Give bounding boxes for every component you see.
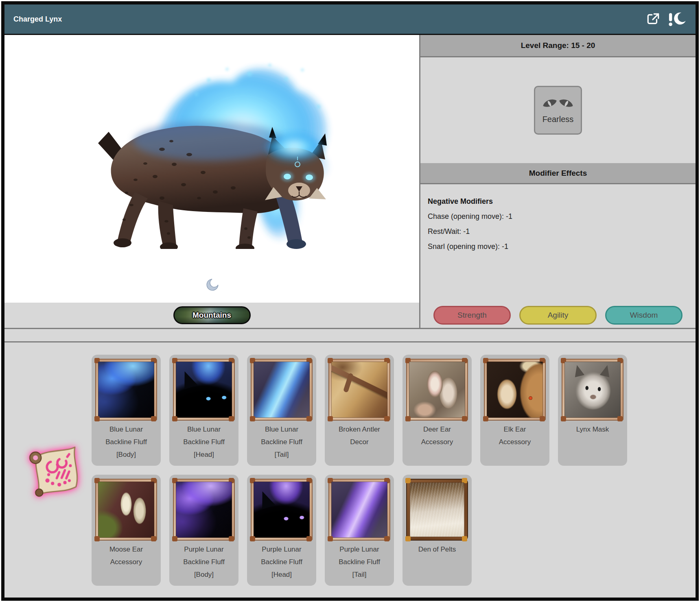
item-card-blue-lunar-head[interactable]: Blue Lunar Backline Fluff [Head] [169, 355, 238, 466]
item-label: Purple Lunar Backline Fluff [Tail] [333, 543, 385, 581]
external-link-icon[interactable] [646, 12, 661, 26]
item-frame [406, 479, 468, 541]
cat-eyes-icon [542, 96, 574, 111]
negative-modifiers-title: Negative Modifiers [428, 194, 689, 209]
blue-lunar-body-icon [98, 362, 154, 418]
item-label: Purple Lunar Backline Fluff [Body] [178, 543, 230, 581]
den-of-pelts-icon [410, 482, 464, 537]
scroll-wrap [14, 441, 92, 499]
item-card-den-of-pelts[interactable]: Den of Pelts [402, 475, 472, 586]
item-card-elk-ear[interactable]: Elk Ear Accessory [480, 355, 549, 466]
item-frame [484, 359, 546, 421]
item-frame [251, 479, 313, 541]
modifier-line: Rest/Wait: -1 [428, 224, 689, 239]
item-frame [251, 359, 313, 421]
item-frame [406, 359, 468, 421]
drop-items-grid: Blue Lunar Backline Fluff [Body]Blue Lun… [92, 342, 627, 598]
item-card-blue-lunar-tail[interactable]: Blue Lunar Backline Fluff [Tail] [247, 355, 316, 466]
item-label: Den of Pelts [418, 543, 456, 556]
header-icons [646, 12, 687, 26]
charged-lynx-illustration [74, 58, 339, 249]
stat-bar: Strength Agility Wisdom [420, 303, 696, 328]
item-card-moose-ear[interactable]: Moose Ear Accessory [92, 475, 161, 586]
item-card-purple-lunar-body[interactable]: Purple Lunar Backline Fluff [Body] [169, 475, 238, 586]
item-frame [328, 479, 390, 541]
trait-area: Fearless [420, 57, 696, 163]
biome-button-mountains[interactable]: Mountains [173, 306, 251, 324]
item-label: Blue Lunar Backline Fluff [Head] [178, 423, 230, 461]
stat-button-wisdom[interactable]: Wisdom [605, 306, 682, 325]
divider-strip [4, 329, 696, 342]
lynx-mask-icon [564, 362, 621, 418]
item-label: Moose Ear Accessory [100, 543, 152, 568]
crescent-moon-icon [206, 278, 219, 292]
item-label: Blue Lunar Backline Fluff [Tail] [256, 423, 308, 461]
trait-label: Fearless [542, 115, 574, 124]
blue-lunar-head-icon [176, 362, 232, 418]
modifier-line: Snarl (opening move): -1 [428, 239, 689, 254]
enemy-info-window: Charged Lynx [1, 1, 699, 601]
item-frame [173, 479, 235, 541]
biome-bar: Mountains [4, 303, 419, 328]
moose-ear-icon [98, 482, 154, 538]
trait-card-fearless[interactable]: Fearless [534, 86, 582, 135]
broken-antler-icon [331, 362, 387, 418]
item-card-blue-lunar-body[interactable]: Blue Lunar Backline Fluff [Body] [92, 355, 161, 466]
purple-lunar-head-icon [254, 482, 310, 538]
level-range-header: Level Range: 15 - 20 [420, 35, 696, 57]
stat-button-agility[interactable]: Agility [519, 306, 597, 325]
page-title: Charged Lynx [13, 15, 62, 24]
main-split: Level Range: 15 - 20 Fearless Modifier E… [4, 35, 696, 303]
item-card-broken-antler[interactable]: Broken Antler Decor [325, 355, 394, 466]
blue-lunar-tail-icon [254, 362, 310, 418]
purple-lunar-tail-icon [331, 482, 387, 538]
item-card-purple-lunar-tail[interactable]: Purple Lunar Backline Fluff [Tail] [325, 475, 394, 586]
item-label: Elk Ear Accessory [489, 423, 541, 448]
negative-modifiers-list: Chase (opening move): -1Rest/Wait: -1Sna… [428, 209, 689, 254]
item-card-purple-lunar-head[interactable]: Purple Lunar Backline Fluff [Head] [247, 475, 316, 586]
moon-alert-icon[interactable] [667, 12, 687, 26]
deer-ear-icon [409, 362, 465, 418]
stat-button-strength[interactable]: Strength [433, 306, 511, 325]
item-frame [562, 359, 623, 421]
modifiers-panel: Negative Modifiers Chase (opening move):… [420, 184, 696, 303]
item-card-lynx-mask[interactable]: Lynx Mask [558, 355, 627, 466]
action-row: Mountains Strength Agility Wisdom [4, 303, 696, 329]
modifier-effects-header: Modifier Effects [420, 163, 696, 184]
drops-section: Blue Lunar Backline Fluff [Body]Blue Lun… [4, 342, 696, 598]
header-bar: Charged Lynx [4, 4, 696, 35]
purple-lunar-body-icon [176, 482, 232, 538]
elk-ear-icon [487, 362, 543, 418]
item-frame [173, 359, 235, 421]
enemy-image-panel [4, 35, 419, 303]
item-label: Lynx Mask [576, 423, 609, 436]
item-frame [95, 359, 157, 421]
glowing-lunar-scroll-icon [20, 439, 86, 501]
item-label: Deer Ear Accessory [411, 423, 463, 448]
item-label: Blue Lunar Backline Fluff [Body] [100, 423, 152, 461]
item-frame [328, 359, 390, 421]
enemy-info-panel: Level Range: 15 - 20 Fearless Modifier E… [420, 35, 696, 303]
modifier-line: Chase (opening move): -1 [428, 209, 689, 224]
item-card-deer-ear[interactable]: Deer Ear Accessory [402, 355, 472, 466]
item-label: Purple Lunar Backline Fluff [Head] [256, 543, 308, 581]
item-frame [95, 479, 157, 541]
item-label: Broken Antler Decor [333, 423, 385, 448]
